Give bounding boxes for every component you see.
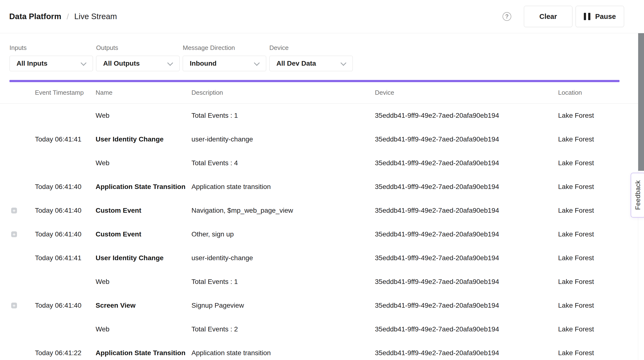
pause-button[interactable]: Pause <box>576 6 624 27</box>
inputs-select-value: All Inputs <box>16 60 48 67</box>
message-direction-select-value: Inbound <box>190 60 216 67</box>
pause-icon <box>584 13 590 20</box>
chevron-down-icon <box>254 60 260 66</box>
table-row[interactable]: Today 06:41:41User Identity Changeuser-i… <box>0 127 638 151</box>
clear-button[interactable]: Clear <box>524 6 572 27</box>
feedback-tab[interactable]: Feedback <box>631 173 644 217</box>
cell-device: 35eddb41-9ff9-49e2-7aed-20afa90eb194 <box>375 325 558 333</box>
cell-location: Lake Forest <box>558 230 638 238</box>
cell-name: User Identity Change <box>96 254 192 262</box>
cell-location: Lake Forest <box>558 325 638 333</box>
chevron-down-icon <box>80 60 86 66</box>
filters-bar: Inputs All Inputs Outputs All Outputs Me… <box>10 44 353 71</box>
table-row[interactable]: Today 06:41:41User Identity Changeuser-i… <box>0 246 638 270</box>
cell-description: Total Events : 1 <box>192 278 375 286</box>
pause-button-label: Pause <box>595 12 616 20</box>
filter-message-direction-label: Message Direction <box>183 44 266 52</box>
cell-name: Custom Event <box>96 207 192 214</box>
cell-location: Lake Forest <box>558 135 638 143</box>
cell-name: User Identity Change <box>96 135 192 143</box>
cell-name: Screen View <box>96 302 192 309</box>
scrollbar-thumb[interactable] <box>638 33 644 171</box>
cell-location: Lake Forest <box>558 349 638 357</box>
table-row[interactable]: WebTotal Events : 435eddb41-9ff9-49e2-7a… <box>0 151 638 175</box>
cell-location: Lake Forest <box>558 183 638 191</box>
feedback-tab-label: Feedback <box>634 180 642 210</box>
cell-event-timestamp: Today 06:41:41 <box>35 135 96 143</box>
page-header: Data Platform / Live Stream ? Clear Paus… <box>0 0 644 33</box>
expand-row-icon[interactable]: + <box>11 231 17 237</box>
cell-event-timestamp: Today 06:41:40 <box>35 183 96 191</box>
breadcrumb-section[interactable]: Data Platform <box>9 12 62 21</box>
outputs-select-value: All Outputs <box>103 60 140 67</box>
device-select-value: All Dev Data <box>276 60 316 67</box>
cell-description: Total Events : 4 <box>192 159 375 167</box>
cell-location: Lake Forest <box>558 254 638 262</box>
expand-row-icon[interactable]: + <box>11 303 17 308</box>
cell-name: Custom Event <box>96 230 192 238</box>
cell-event-timestamp: Today 06:41:40 <box>35 207 96 214</box>
column-name: Name <box>96 89 192 96</box>
column-location: Location <box>558 89 638 96</box>
filter-outputs: Outputs All Outputs <box>96 44 180 71</box>
expand-cell: + <box>0 231 35 237</box>
live-stream-page: Data Platform / Live Stream ? Clear Paus… <box>0 0 644 360</box>
cell-event-timestamp: Today 06:41:22 <box>35 349 96 357</box>
expand-row-icon[interactable]: + <box>11 208 17 213</box>
cell-description: Application state transition <box>192 349 375 357</box>
filter-outputs-label: Outputs <box>96 44 180 52</box>
cell-location: Lake Forest <box>558 159 638 167</box>
cell-description: Navigation, $mp_web_page_view <box>192 207 375 214</box>
cell-name: Web <box>96 112 192 119</box>
message-direction-select[interactable]: Inbound <box>183 56 266 71</box>
cell-description: Total Events : 2 <box>192 325 375 333</box>
cell-device: 35eddb41-9ff9-49e2-7aed-20afa90eb194 <box>375 278 558 286</box>
cell-device: 35eddb41-9ff9-49e2-7aed-20afa90eb194 <box>375 159 558 167</box>
table-row[interactable]: WebTotal Events : 135eddb41-9ff9-49e2-7a… <box>0 104 638 127</box>
table-row[interactable]: Today 06:41:22Application State Transiti… <box>0 341 638 360</box>
table-row[interactable]: WebTotal Events : 235eddb41-9ff9-49e2-7a… <box>0 317 638 341</box>
table-row[interactable]: +Today 06:41:40Custom EventNavigation, $… <box>0 199 638 222</box>
cell-name: Web <box>96 278 192 286</box>
table-header: Event Timestamp Name Description Device … <box>0 82 638 104</box>
cell-location: Lake Forest <box>558 278 638 286</box>
column-event-timestamp: Event Timestamp <box>35 89 96 96</box>
cell-description: user-identity-change <box>192 254 375 262</box>
cell-name: Web <box>96 159 192 167</box>
table-row[interactable]: WebTotal Events : 135eddb41-9ff9-49e2-7a… <box>0 270 638 294</box>
expand-cell: + <box>0 303 35 308</box>
table-row[interactable]: +Today 06:41:40Custom EventOther, sign u… <box>0 222 638 246</box>
expand-cell: + <box>0 208 35 213</box>
cell-device: 35eddb41-9ff9-49e2-7aed-20afa90eb194 <box>375 207 558 214</box>
outputs-select[interactable]: All Outputs <box>96 56 180 71</box>
cell-device: 35eddb41-9ff9-49e2-7aed-20afa90eb194 <box>375 349 558 357</box>
cell-event-timestamp: Today 06:41:41 <box>35 254 96 262</box>
help-icon[interactable]: ? <box>502 12 511 21</box>
column-device: Device <box>375 89 558 96</box>
table-body: WebTotal Events : 135eddb41-9ff9-49e2-7a… <box>0 104 638 360</box>
column-description: Description <box>192 89 375 96</box>
table-row[interactable]: Today 06:41:40Application State Transiti… <box>0 175 638 199</box>
cell-device: 35eddb41-9ff9-49e2-7aed-20afa90eb194 <box>375 183 558 191</box>
header-actions: ? Clear Pause <box>502 6 624 27</box>
cell-device: 35eddb41-9ff9-49e2-7aed-20afa90eb194 <box>375 230 558 238</box>
cell-location: Lake Forest <box>558 112 638 119</box>
cell-description: Application state transition <box>192 183 375 191</box>
filter-message-direction: Message Direction Inbound <box>183 44 266 71</box>
cell-description: user-identity-change <box>192 135 375 143</box>
cell-event-timestamp: Today 06:41:40 <box>35 302 96 309</box>
breadcrumb-page-title: Live Stream <box>74 12 117 21</box>
cell-device: 35eddb41-9ff9-49e2-7aed-20afa90eb194 <box>375 112 558 119</box>
cell-name: Web <box>96 325 192 333</box>
cell-device: 35eddb41-9ff9-49e2-7aed-20afa90eb194 <box>375 302 558 309</box>
inputs-select[interactable]: All Inputs <box>10 56 93 71</box>
cell-location: Lake Forest <box>558 302 638 309</box>
filter-inputs-label: Inputs <box>10 44 93 52</box>
breadcrumb: Data Platform / Live Stream <box>9 12 117 21</box>
cell-description: Other, sign up <box>192 230 375 238</box>
device-select[interactable]: All Dev Data <box>269 56 353 71</box>
breadcrumb-separator: / <box>67 12 69 21</box>
table-row[interactable]: +Today 06:41:40Screen ViewSignup Pagevie… <box>0 294 638 317</box>
cell-event-timestamp: Today 06:41:40 <box>35 230 96 238</box>
filter-device: Device All Dev Data <box>269 44 353 71</box>
